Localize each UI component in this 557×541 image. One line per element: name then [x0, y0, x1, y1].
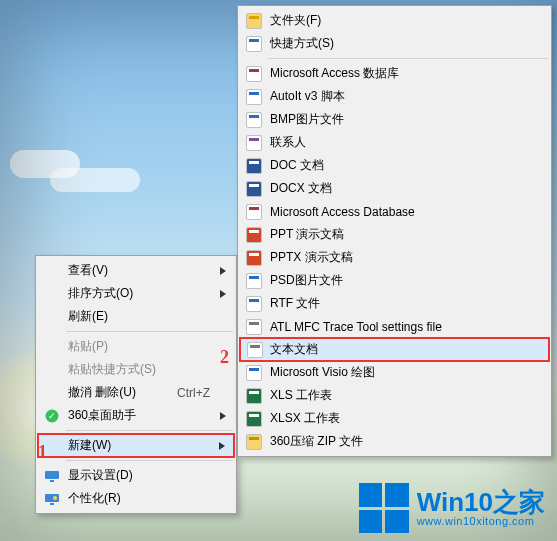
- new-submenu-item-label: PPT 演示文稿: [270, 226, 344, 243]
- new-submenu-item[interactable]: PPT 演示文稿: [240, 223, 549, 246]
- text-icon: [247, 342, 263, 358]
- menu-view[interactable]: 查看(V): [38, 259, 234, 282]
- menu-360-helper-label: 360桌面助手: [68, 407, 136, 424]
- menu-new-label: 新建(W): [68, 437, 111, 454]
- psd-icon: [246, 273, 262, 289]
- menu-undo-delete-label: 撤消 删除(U): [68, 384, 136, 401]
- new-submenu-item-label: Microsoft Access 数据库: [270, 65, 399, 82]
- doc-icon: [246, 158, 262, 174]
- new-submenu-item-label: 文本文档: [270, 341, 318, 358]
- xls-icon: [246, 388, 262, 404]
- menu-separator: [66, 430, 233, 431]
- menu-paste-label: 粘贴(P): [68, 338, 108, 355]
- new-submenu-item-label: 快捷方式(S): [270, 35, 334, 52]
- new-submenu-item[interactable]: 文件夹(F): [240, 9, 549, 32]
- menu-paste-shortcut: 粘贴快捷方式(S): [38, 358, 234, 381]
- new-submenu-item-label: PSD图片文件: [270, 272, 343, 289]
- svg-rect-2: [45, 471, 59, 479]
- new-submenu-item[interactable]: XLSX 工作表: [240, 407, 549, 430]
- new-submenu-item[interactable]: Microsoft Visio 绘图: [240, 361, 549, 384]
- new-submenu-item[interactable]: PSD图片文件: [240, 269, 549, 292]
- bmp-icon: [246, 112, 262, 128]
- new-submenu-item-label: BMP图片文件: [270, 111, 344, 128]
- new-submenu-item-label: ATL MFC Trace Tool settings file: [270, 320, 442, 334]
- docx-icon: [246, 181, 262, 197]
- folder-icon: [246, 13, 262, 29]
- menu-paste: 粘贴(P): [38, 335, 234, 358]
- annotation-number-2: 2: [220, 347, 229, 368]
- new-submenu-item-label: Microsoft Visio 绘图: [270, 364, 375, 381]
- submenu-arrow-icon: [219, 442, 225, 450]
- new-submenu-item-label: AutoIt v3 脚本: [270, 88, 345, 105]
- new-submenu-item[interactable]: 联系人: [240, 131, 549, 154]
- desktop-context-menu: 查看(V) 排序方式(O) 刷新(E) 粘贴(P) 粘贴快捷方式(S) 撤消 删…: [35, 255, 237, 514]
- new-submenu-item-label: PPTX 演示文稿: [270, 249, 353, 266]
- watermark-logo: Win10之家 www.win10xitong.com: [359, 483, 545, 533]
- new-submenu-item-label: 文件夹(F): [270, 12, 321, 29]
- new-submenu-item-label: XLSX 工作表: [270, 410, 340, 427]
- watermark-text: Win10之家 www.win10xitong.com: [417, 489, 545, 527]
- watermark-brand: Win10之家: [417, 489, 545, 515]
- new-submenu-item[interactable]: RTF 文件: [240, 292, 549, 315]
- new-submenu-item-label: 联系人: [270, 134, 306, 151]
- new-submenu-item[interactable]: DOCX 文档: [240, 177, 549, 200]
- new-submenu-item-label: Microsoft Access Database: [270, 205, 415, 219]
- menu-separator: [66, 460, 233, 461]
- ppt-icon: [246, 227, 262, 243]
- new-submenu-item-label: DOC 文档: [270, 157, 324, 174]
- new-submenu-item[interactable]: Microsoft Access 数据库: [240, 62, 549, 85]
- submenu-arrow-icon: [220, 290, 226, 298]
- new-submenu-item[interactable]: 360压缩 ZIP 文件: [240, 430, 549, 453]
- menu-refresh-label: 刷新(E): [68, 308, 108, 325]
- new-submenu-item-label: 360压缩 ZIP 文件: [270, 433, 363, 450]
- svg-rect-6: [50, 503, 54, 505]
- menu-undo-delete[interactable]: 撤消 删除(U) Ctrl+Z: [38, 381, 234, 404]
- new-submenu-item[interactable]: PPTX 演示文稿: [240, 246, 549, 269]
- menu-personalize-label: 个性化(R): [68, 490, 121, 507]
- contact-icon: [246, 135, 262, 151]
- svg-point-5: [53, 496, 57, 500]
- menu-personalize[interactable]: 个性化(R): [38, 487, 234, 510]
- helper-icon: ✓: [44, 408, 60, 424]
- visio-icon: [246, 365, 262, 381]
- pptx-icon: [246, 250, 262, 266]
- annotation-number-1: 1: [38, 442, 47, 463]
- menu-display-settings-label: 显示设置(D): [68, 467, 133, 484]
- new-submenu-item[interactable]: BMP图片文件: [240, 108, 549, 131]
- shortcut-icon: [246, 36, 262, 52]
- new-submenu-item-label: DOCX 文档: [270, 180, 332, 197]
- submenu-arrow-icon: [220, 267, 226, 275]
- wallpaper-clouds: [0, 150, 190, 210]
- menu-360-helper[interactable]: ✓ 360桌面助手: [38, 404, 234, 427]
- zip-icon: [246, 434, 262, 450]
- new-submenu-item[interactable]: 快捷方式(S): [240, 32, 549, 55]
- menu-view-label: 查看(V): [68, 262, 108, 279]
- new-submenu-item-label: RTF 文件: [270, 295, 320, 312]
- new-submenu-item[interactable]: Microsoft Access Database: [240, 200, 549, 223]
- display-icon: [44, 468, 60, 484]
- new-submenu-item[interactable]: 文本文档: [240, 338, 549, 361]
- new-submenu: 文件夹(F)快捷方式(S)Microsoft Access 数据库AutoIt …: [237, 5, 552, 457]
- new-submenu-item[interactable]: XLS 工作表: [240, 384, 549, 407]
- windows-logo-icon: [359, 483, 409, 533]
- new-submenu-item[interactable]: ATL MFC Trace Tool settings file: [240, 315, 549, 338]
- autoit-icon: [246, 89, 262, 105]
- new-submenu-item[interactable]: AutoIt v3 脚本: [240, 85, 549, 108]
- new-submenu-item[interactable]: DOC 文档: [240, 154, 549, 177]
- access-db-icon: [246, 204, 262, 220]
- svg-rect-3: [50, 480, 54, 482]
- menu-new[interactable]: 新建(W): [38, 434, 234, 457]
- svg-text:✓: ✓: [48, 411, 56, 421]
- menu-separator: [268, 58, 548, 59]
- menu-sort-label: 排序方式(O): [68, 285, 133, 302]
- menu-display-settings[interactable]: 显示设置(D): [38, 464, 234, 487]
- new-submenu-item-label: XLS 工作表: [270, 387, 332, 404]
- submenu-arrow-icon: [220, 412, 226, 420]
- personalize-icon: [44, 491, 60, 507]
- access-icon: [246, 66, 262, 82]
- menu-sort-by[interactable]: 排序方式(O): [38, 282, 234, 305]
- menu-undo-delete-shortcut: Ctrl+Z: [177, 386, 210, 400]
- watermark-url: www.win10xitong.com: [417, 515, 545, 527]
- menu-refresh[interactable]: 刷新(E): [38, 305, 234, 328]
- rtf-icon: [246, 296, 262, 312]
